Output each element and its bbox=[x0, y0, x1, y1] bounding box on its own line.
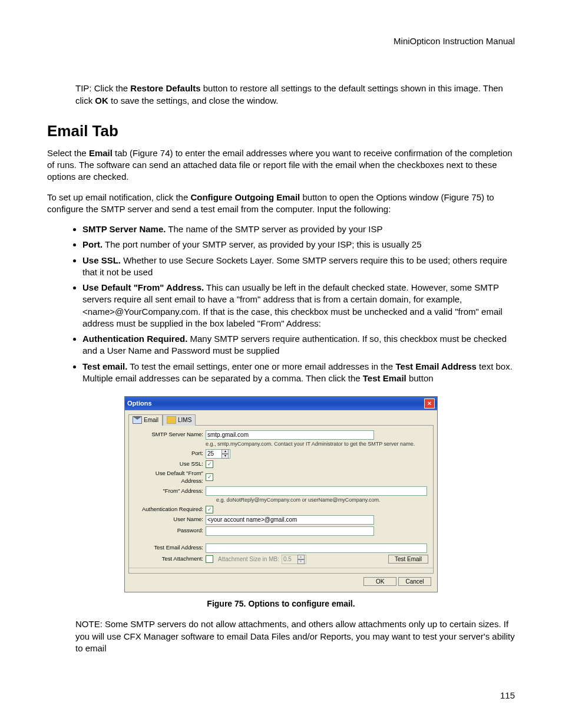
dialog-title: Options bbox=[127, 399, 152, 408]
port-input[interactable] bbox=[207, 450, 220, 457]
label-password: Password: bbox=[134, 527, 206, 535]
password-input[interactable] bbox=[206, 526, 374, 536]
bullet-text: To test the email settings, enter one or… bbox=[127, 361, 395, 371]
tab-email[interactable]: Email bbox=[128, 414, 163, 426]
from-address-input bbox=[206, 486, 427, 496]
label-ssl: Use SSL: bbox=[134, 460, 206, 468]
attachment-size-stepper: ▴▾ bbox=[282, 555, 306, 564]
bullet-text: Whether to use Secure Sockets Layer. Som… bbox=[82, 255, 507, 277]
bullet-list: SMTP Server Name. The name of the SMTP s… bbox=[47, 223, 515, 384]
smtp-hint: e.g., smtp.myCompany.com. Contact your I… bbox=[206, 440, 428, 447]
tip-restore-defaults: Restore Defaults bbox=[130, 83, 200, 93]
text-bold: Email bbox=[89, 148, 113, 158]
list-item: Use Default "From" Address. This can usu… bbox=[82, 282, 515, 330]
text: tab (Figure 74) to enter the email addre… bbox=[47, 148, 513, 182]
text: Select the bbox=[47, 148, 89, 158]
spin-down-icon: ▾ bbox=[297, 559, 305, 564]
bullet-head: Port. bbox=[82, 239, 103, 249]
lims-icon bbox=[167, 416, 176, 424]
from-hint: e.g. doNotReply@myCompany.com or userNam… bbox=[216, 496, 428, 503]
dialog-button-row: OK Cancel bbox=[128, 574, 434, 588]
label-test-email-address: Test Email Address: bbox=[134, 544, 206, 552]
label-attachment-size: Attachment Size in MB: bbox=[218, 555, 279, 564]
bullet-text: The port number of your SMTP server, as … bbox=[103, 239, 421, 249]
section-title-email-tab: Email Tab bbox=[47, 121, 515, 141]
text: To set up email notification, click the bbox=[47, 192, 190, 202]
auth-required-checkbox[interactable]: ✓ bbox=[206, 506, 213, 513]
label-port: Port: bbox=[134, 450, 206, 457]
label-auth-required: Authentication Required: bbox=[134, 506, 206, 513]
label-default-from: Use Default "From" Address: bbox=[134, 470, 206, 485]
bullet-text: button bbox=[406, 373, 434, 383]
dialog-titlebar[interactable]: Options × bbox=[125, 397, 437, 410]
bullet-head: SMTP Server Name. bbox=[82, 224, 166, 234]
bullet-text: The name of the SMTP server as provided … bbox=[166, 224, 382, 234]
bullet-head: Test Email bbox=[363, 373, 406, 383]
tip-paragraph: TIP: Click the Restore Defaults button t… bbox=[75, 83, 515, 107]
tab-lims[interactable]: LIMS bbox=[163, 414, 196, 426]
label-username: User Name: bbox=[134, 516, 206, 523]
doc-header: MiniOpticon Instruction Manual bbox=[47, 35, 515, 47]
test-email-address-input[interactable] bbox=[206, 543, 427, 553]
list-item: SMTP Server Name. The name of the SMTP s… bbox=[82, 223, 515, 235]
tab-label: Email bbox=[144, 416, 158, 424]
list-item: Authentication Required. Many SMTP serve… bbox=[82, 333, 515, 357]
note-paragraph: NOTE: Some SMTP servers do not allow att… bbox=[75, 618, 515, 654]
bullet-head: Use Default "From" Address. bbox=[82, 282, 204, 292]
list-item: Use SSL. Whether to use Secure Sockets L… bbox=[82, 255, 515, 279]
page-number: 115 bbox=[47, 690, 515, 701]
bullet-head: Test email. bbox=[82, 361, 127, 371]
list-item: Test email. To test the email settings, … bbox=[82, 361, 515, 385]
figure-caption: Figure 75. Options to configure email. bbox=[47, 598, 515, 610]
attachment-size-input bbox=[283, 556, 296, 563]
paragraph-setup-email: To set up email notification, click the … bbox=[47, 192, 515, 216]
port-stepper[interactable]: ▴▾ bbox=[206, 449, 230, 459]
cancel-button[interactable]: Cancel bbox=[398, 577, 431, 586]
spin-down-icon[interactable]: ▾ bbox=[222, 454, 229, 459]
list-item: Port. The port number of your SMTP serve… bbox=[82, 239, 515, 251]
ok-button[interactable]: OK bbox=[363, 577, 396, 586]
mail-icon bbox=[133, 416, 142, 424]
label-smtp: SMTP Server Name: bbox=[134, 431, 206, 439]
label-test-attachment: Test Attachment: bbox=[134, 555, 206, 563]
tip-text: TIP: Click the bbox=[75, 83, 130, 93]
dialog-panel: SMTP Server Name: e.g., smtp.myCompany.c… bbox=[128, 425, 434, 574]
text-bold: Configure Outgoing Email bbox=[190, 192, 300, 202]
ssl-checkbox[interactable]: ✓ bbox=[206, 460, 213, 468]
options-dialog: Options × Email LIMS SMTP Server Name: e… bbox=[124, 396, 438, 592]
test-attachment-checkbox[interactable]: ✓ bbox=[206, 555, 213, 563]
dialog-tabs: Email LIMS bbox=[128, 414, 434, 425]
tab-label: LIMS bbox=[178, 416, 191, 424]
close-icon[interactable]: × bbox=[424, 398, 435, 409]
username-input[interactable] bbox=[206, 515, 374, 525]
bullet-head: Use SSL. bbox=[82, 255, 121, 265]
default-from-checkbox[interactable]: ✓ bbox=[206, 473, 213, 481]
paragraph-select-email: Select the Email tab (Figure 74) to ente… bbox=[47, 147, 515, 183]
bullet-head: Authentication Required. bbox=[82, 334, 187, 344]
test-email-button[interactable]: Test Email bbox=[388, 555, 428, 564]
spin-up-icon[interactable]: ▴ bbox=[222, 449, 229, 454]
tip-ok: OK bbox=[95, 95, 108, 106]
bullet-head: Test Email Address bbox=[395, 361, 477, 371]
smtp-server-input[interactable] bbox=[206, 430, 374, 440]
label-from-address: "From" Address: bbox=[134, 487, 206, 495]
spin-up-icon: ▴ bbox=[297, 555, 305, 559]
tip-text: to save the settings, and close the wind… bbox=[108, 95, 279, 106]
